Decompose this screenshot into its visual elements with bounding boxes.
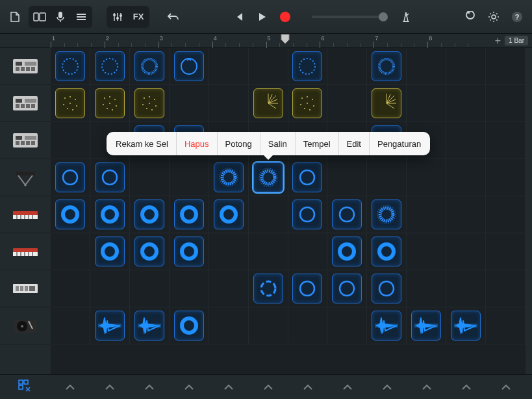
loop-pad[interactable] [332,200,362,229]
grid-cell[interactable] [170,196,209,233]
grid-cell[interactable] [249,85,288,122]
track-header-drum-machine-1[interactable] [0,48,51,85]
grid-cell[interactable] [90,196,130,233]
loop-pad[interactable] [292,274,322,303]
loop-pad[interactable] [372,274,401,303]
column-trigger[interactable] [288,375,328,399]
context-menu-item[interactable]: Tempel [296,132,339,155]
track-header-drum-machine-3[interactable] [0,122,51,159]
grid-cell[interactable] [327,85,367,122]
help-button[interactable]: ? [507,7,527,27]
loop-pad[interactable] [332,274,362,303]
grid-cell[interactable] [327,48,367,85]
grid-cell[interactable] [367,233,407,270]
grid-cell[interactable] [486,48,526,85]
grid-cell[interactable] [51,122,90,159]
volume-slider[interactable] [312,16,383,18]
loop-pad[interactable] [292,88,322,118]
loop-pad[interactable] [134,311,164,341]
loop-pad[interactable] [292,162,322,192]
grid-cell[interactable] [407,48,446,85]
grid-cell[interactable] [130,307,170,344]
grid-cell[interactable] [249,196,288,233]
track-header-turntable[interactable] [0,307,51,344]
grid-cell[interactable] [90,48,130,85]
play-button[interactable] [252,7,272,27]
loop-pad[interactable] [134,88,164,118]
grid-cell[interactable] [51,159,90,196]
grid-cell[interactable] [209,196,249,233]
column-trigger[interactable] [170,375,209,399]
loop-pad[interactable] [332,237,362,266]
grid-cell[interactable] [249,159,288,196]
grid-cell[interactable] [90,85,130,122]
grid-cell[interactable] [170,48,209,85]
grid-cell[interactable] [288,48,328,85]
grid-cell[interactable] [51,307,90,344]
grid-cell[interactable] [288,85,328,122]
column-trigger[interactable] [327,375,367,399]
grid-cell[interactable] [486,85,526,122]
grid-cell[interactable] [446,196,486,233]
fx-button[interactable]: FX [129,7,148,27]
grid-cell[interactable] [446,85,486,122]
column-trigger[interactable] [367,375,407,399]
grid-cell[interactable] [486,122,526,159]
context-menu-item[interactable]: Pengaturan [370,132,429,155]
loop-pad[interactable] [174,311,204,341]
grid-cell[interactable] [407,196,446,233]
grid-cell[interactable] [367,307,407,344]
grid-cell[interactable] [288,196,328,233]
grid-cell[interactable] [170,85,209,122]
grid-cell[interactable] [209,85,249,122]
mixer-button[interactable] [108,7,127,27]
grid-cell[interactable] [486,307,526,344]
loop-pad[interactable] [134,237,164,266]
grid-cell[interactable] [407,233,446,270]
grid-cell[interactable] [446,307,486,344]
grid-cell[interactable] [446,159,486,196]
column-trigger[interactable] [407,375,446,399]
grid-cell[interactable] [209,159,249,196]
loop-pad[interactable] [55,200,85,229]
add-section-button[interactable]: + [495,35,501,47]
record-button[interactable] [275,7,295,27]
grid-cell[interactable] [288,159,328,196]
grid-cell[interactable] [446,233,486,270]
grid-edit-icon[interactable] [18,380,32,395]
track-header-synth-stand[interactable] [0,159,51,196]
grid-cell[interactable] [288,233,328,270]
loop-pad[interactable] [95,162,125,192]
grid-cell[interactable] [249,233,288,270]
project-button[interactable] [5,7,25,27]
grid-cell[interactable] [51,233,90,270]
context-menu-item[interactable]: Salin [260,132,296,155]
bar-length-chip[interactable]: 1 Bar [505,36,528,45]
track-header-keyboard-red-1[interactable] [0,196,51,233]
loop-pad[interactable] [214,200,244,229]
ruler-timeline[interactable]: 12345678 [51,34,481,47]
loop-pad[interactable] [134,51,164,81]
column-trigger[interactable] [90,375,130,399]
grid-cell[interactable] [51,270,90,307]
loop-pad[interactable] [174,237,204,266]
grid-cell[interactable] [90,307,130,344]
column-trigger[interactable] [130,375,170,399]
grid-cell[interactable] [367,196,407,233]
loop-pad[interactable] [55,88,85,118]
grid-cell[interactable] [249,48,288,85]
column-trigger[interactable] [249,375,288,399]
settings-button[interactable] [484,7,503,27]
loop-pad[interactable] [253,274,283,303]
track-header-keyboard-red-2[interactable] [0,233,51,270]
loop-pad[interactable] [411,311,441,341]
list-button[interactable] [71,7,91,27]
mic-button[interactable] [51,7,70,27]
context-menu-item[interactable]: Rekam ke Sel [108,132,177,155]
loop-pad[interactable] [372,200,401,229]
grid-cell[interactable] [51,48,90,85]
track-header-synth-white[interactable] [0,270,51,307]
grid-cell[interactable] [130,48,170,85]
grid-cell[interactable] [288,270,328,307]
grid-cell[interactable] [367,270,407,307]
